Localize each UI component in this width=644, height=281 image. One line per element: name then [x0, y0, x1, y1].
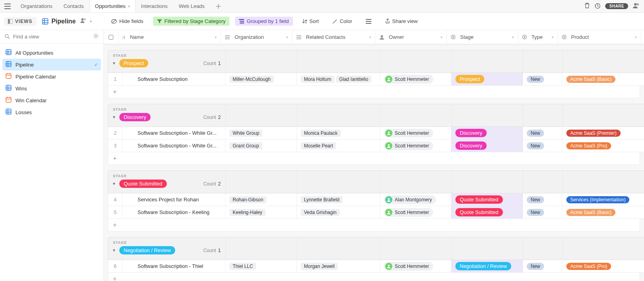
column-header-product[interactable]: Product▾ [558, 30, 641, 44]
cell-stage[interactable]: Quote Submitted [451, 193, 523, 206]
table-row[interactable]: 3Software Subscription - White Gr...Gran… [108, 140, 644, 152]
cell-type[interactable]: New [523, 206, 562, 219]
collaborators-icon[interactable] [633, 3, 640, 10]
cell-organization[interactable]: Keeling-Haley [225, 206, 297, 219]
cell-organization[interactable]: Rohan-Gibson [225, 193, 297, 206]
view-title[interactable]: Pipeline ▾ [42, 18, 92, 25]
collapse-icon[interactable]: ▾ [113, 115, 115, 120]
group-button[interactable]: Grouped by 1 field [235, 17, 292, 26]
filter-button[interactable]: Filtered by Stage Category [153, 17, 230, 26]
menu-icon[interactable] [0, 4, 15, 9]
column-header-stage[interactable]: Stage▾ [447, 30, 518, 44]
cell-contacts[interactable]: Monica Paulack [297, 127, 380, 140]
cell-owner[interactable]: Scott Hemmeter [380, 260, 451, 273]
cell-owner[interactable]: Scott Hemmeter [380, 206, 451, 219]
tab-interactions[interactable]: Interactions [136, 0, 173, 13]
group-field-label: STAGE [113, 241, 221, 245]
row-height-button[interactable] [362, 17, 375, 25]
cell-product[interactable]: Acme SaaS (Basic) [562, 73, 644, 86]
cell-product[interactable]: Acme SaaS (Premier) [562, 127, 644, 140]
select-all-checkbox[interactable] [109, 35, 113, 40]
collapse-icon[interactable]: ▾ [113, 61, 115, 66]
cell-name[interactable]: Services Project for Rohan [122, 193, 225, 206]
cell-contacts[interactable]: Veda Grishagin [297, 206, 380, 219]
column-header-owner[interactable]: Owner▾ [376, 30, 447, 44]
cell-organization[interactable]: Thiel LLC [225, 260, 297, 273]
cell-name[interactable]: Software Subscription - Keeling [122, 206, 225, 219]
column-header-organization[interactable]: Organization▾ [221, 30, 292, 44]
cell-stage[interactable]: Discovery [451, 140, 523, 152]
column-header-type[interactable]: Type▾ [518, 30, 558, 44]
add-tab-button[interactable] [210, 0, 222, 13]
cell-name[interactable]: Software Subscription - White Gr... [122, 127, 225, 140]
cell-stage[interactable]: Quote Submitted [451, 206, 523, 219]
cell-organization[interactable]: Miller-McCullough [225, 73, 297, 86]
cell-name[interactable]: Software Subscription [122, 73, 225, 86]
cell-contacts[interactable]: Moselle Peart [297, 140, 380, 152]
cell-owner[interactable]: Scott Hemmeter [380, 127, 451, 140]
column-header-name[interactable]: AName▾ [118, 30, 221, 44]
cell-organization[interactable]: White Group [225, 127, 297, 140]
hide-fields-button[interactable]: Hide fields [107, 17, 147, 26]
org-chip: Miller-McCullough [229, 76, 274, 83]
tab-organizations[interactable]: Organizations [15, 0, 58, 13]
table-row[interactable]: 2Software Subscription - White Gr...Whit… [108, 127, 644, 140]
cell-type[interactable]: New [523, 140, 562, 152]
table-row[interactable]: 4Services Project for RohanRohan-GibsonL… [108, 193, 644, 206]
cell-owner[interactable]: Scott Hemmeter [380, 140, 451, 152]
share-view-button[interactable]: Share view [381, 17, 422, 26]
column-header-contacts[interactable]: Related Contacts▾ [292, 30, 376, 44]
view-item-pipeline-calendar[interactable]: Pipeline Calendar [2, 71, 101, 82]
history-icon[interactable] [594, 3, 600, 10]
cell-product[interactable]: Acme SaaS (Basic) [562, 206, 644, 219]
cell-owner[interactable]: Alan Montgomery [380, 193, 451, 206]
color-button[interactable]: Color [328, 17, 356, 26]
cell-organization[interactable]: Grant Group [225, 140, 297, 152]
cell-stage[interactable]: Negotiation / Review [451, 260, 523, 273]
add-row-button[interactable]: + [108, 86, 640, 98]
table-row[interactable]: 1Software SubscriptionMiller-McCulloughM… [108, 73, 644, 86]
group-header[interactable]: STAGE▾Negotiation / ReviewCount 1 [108, 237, 644, 260]
cell-contacts[interactable]: Mora HoltumGlad Ianittello [297, 73, 380, 86]
view-item-win-calendar[interactable]: Win Calendar [2, 94, 101, 106]
cell-owner[interactable]: Scott Hemmeter [380, 73, 451, 86]
cell-contacts[interactable]: Morgan Jewell [297, 260, 380, 273]
select-all-cell[interactable] [104, 30, 118, 44]
cell-product[interactable]: Acme SaaS (Pro) [562, 260, 644, 273]
group-header[interactable]: STAGE▾Quote SubmittedCount 2 [108, 170, 644, 193]
cell-name[interactable]: Software Subscription - Thiel [122, 260, 225, 273]
cell-type[interactable]: New [523, 193, 562, 206]
settings-icon[interactable] [93, 33, 99, 40]
view-item-wins[interactable]: Wins [2, 82, 101, 94]
add-row-button[interactable]: + [108, 152, 640, 165]
cell-type[interactable]: New [523, 127, 562, 140]
group-header[interactable]: STAGE▾DiscoveryCount 2 [108, 104, 644, 127]
cell-contacts[interactable]: Lynnette Brafield [297, 193, 380, 206]
table-row[interactable]: 5Software Subscription - KeelingKeeling-… [108, 206, 644, 219]
cell-name[interactable]: Software Subscription - White Gr... [122, 140, 225, 152]
view-item-pipeline[interactable]: Pipeline✓ [2, 59, 101, 71]
add-row-button[interactable]: + [108, 219, 640, 231]
cell-product[interactable]: Services (Implementation) [562, 193, 644, 206]
sort-button[interactable]: Sort [298, 17, 323, 26]
collapse-icon[interactable]: ▾ [113, 248, 115, 253]
share-button[interactable]: SHARE [605, 3, 628, 9]
views-panel-toggle[interactable]: VIEWS [4, 17, 36, 26]
view-item-all-opportunities[interactable]: All Opportunities [2, 47, 101, 59]
add-row-button[interactable]: + [108, 273, 640, 281]
table-row[interactable]: 6Software Subscription - ThielThiel LLCM… [108, 260, 644, 273]
group-header[interactable]: STAGE▾ProspectCount 1 [108, 50, 644, 73]
tab-opportunities[interactable]: Opportunities▾ [90, 0, 136, 13]
cell-product[interactable]: Acme SaaS (Pro) [562, 140, 644, 152]
tab-web-leads[interactable]: Web Leads [173, 0, 210, 13]
cell-type[interactable]: New [523, 260, 562, 273]
cell-stage[interactable]: Discovery [451, 127, 523, 140]
owner-chip: Scott Hemmeter [384, 141, 433, 150]
tab-contacts[interactable]: Contacts [58, 0, 89, 13]
cell-stage[interactable]: Prospect [451, 73, 523, 86]
cell-type[interactable]: New [523, 73, 562, 86]
collapse-icon[interactable]: ▾ [113, 181, 115, 186]
view-item-losses[interactable]: Losses [2, 106, 101, 118]
view-search-input[interactable] [13, 34, 93, 40]
trash-icon[interactable] [585, 3, 590, 10]
